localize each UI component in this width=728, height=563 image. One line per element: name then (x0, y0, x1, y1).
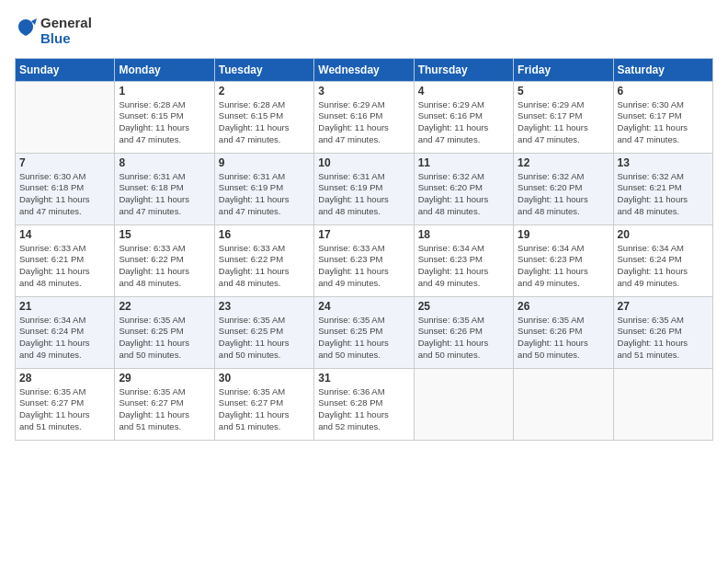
day-number: 8 (119, 156, 210, 169)
calendar-cell: 30Sunrise: 6:35 AMSunset: 6:27 PMDayligh… (214, 368, 313, 440)
day-number: 11 (418, 156, 509, 169)
calendar-cell: 2Sunrise: 6:28 AMSunset: 6:15 PMDaylight… (214, 81, 313, 153)
day-info: Sunrise: 6:28 AMSunset: 6:15 PMDaylight:… (119, 99, 210, 146)
week-row-1: 7Sunrise: 6:30 AMSunset: 6:18 PMDaylight… (16, 153, 713, 224)
header-friday: Friday (514, 58, 613, 81)
day-info: Sunrise: 6:30 AMSunset: 6:18 PMDaylight:… (19, 171, 110, 218)
day-number: 6 (618, 85, 709, 98)
logo-container: General Blue (15, 15, 92, 47)
day-info: Sunrise: 6:33 AMSunset: 6:23 PMDaylight:… (318, 243, 409, 290)
calendar-cell: 18Sunrise: 6:34 AMSunset: 6:23 PMDayligh… (414, 224, 513, 296)
day-info: Sunrise: 6:34 AMSunset: 6:24 PMDaylight:… (618, 243, 709, 290)
calendar-cell (514, 368, 613, 440)
calendar-cell: 23Sunrise: 6:35 AMSunset: 6:25 PMDayligh… (214, 296, 313, 368)
calendar-cell: 3Sunrise: 6:29 AMSunset: 6:16 PMDaylight… (314, 81, 414, 153)
calendar-body: 1Sunrise: 6:28 AMSunset: 6:15 PMDaylight… (16, 81, 713, 440)
day-number: 4 (418, 85, 509, 98)
calendar-cell: 8Sunrise: 6:31 AMSunset: 6:18 PMDaylight… (115, 153, 214, 224)
day-number: 5 (518, 85, 609, 98)
logo-bird-icon (15, 17, 37, 43)
day-number: 23 (219, 300, 310, 313)
day-info: Sunrise: 6:33 AMSunset: 6:22 PMDaylight:… (219, 243, 310, 290)
day-number: 10 (318, 156, 409, 169)
calendar-cell: 26Sunrise: 6:35 AMSunset: 6:26 PMDayligh… (514, 296, 613, 368)
calendar-cell: 15Sunrise: 6:33 AMSunset: 6:22 PMDayligh… (115, 224, 214, 296)
calendar-cell: 10Sunrise: 6:31 AMSunset: 6:19 PMDayligh… (314, 153, 414, 224)
header-saturday: Saturday (613, 58, 712, 81)
day-info: Sunrise: 6:35 AMSunset: 6:26 PMDaylight:… (618, 315, 709, 362)
calendar-cell: 31Sunrise: 6:36 AMSunset: 6:28 PMDayligh… (314, 368, 414, 440)
calendar-cell: 7Sunrise: 6:30 AMSunset: 6:18 PMDaylight… (16, 153, 115, 224)
day-number: 2 (219, 85, 310, 98)
day-info: Sunrise: 6:35 AMSunset: 6:25 PMDaylight:… (318, 315, 409, 362)
day-number: 27 (618, 300, 709, 313)
week-row-4: 28Sunrise: 6:35 AMSunset: 6:27 PMDayligh… (16, 368, 713, 440)
calendar-cell: 27Sunrise: 6:35 AMSunset: 6:26 PMDayligh… (613, 296, 712, 368)
calendar-cell (613, 368, 712, 440)
calendar-cell: 20Sunrise: 6:34 AMSunset: 6:24 PMDayligh… (613, 224, 712, 296)
day-info: Sunrise: 6:31 AMSunset: 6:19 PMDaylight:… (318, 171, 409, 218)
day-info: Sunrise: 6:35 AMSunset: 6:27 PMDaylight:… (119, 386, 210, 433)
calendar-header-row: SundayMondayTuesdayWednesdayThursdayFrid… (16, 58, 713, 81)
calendar-cell: 19Sunrise: 6:34 AMSunset: 6:23 PMDayligh… (514, 224, 613, 296)
header-wednesday: Wednesday (314, 58, 414, 81)
day-number: 29 (119, 372, 210, 385)
calendar-cell: 24Sunrise: 6:35 AMSunset: 6:25 PMDayligh… (314, 296, 414, 368)
day-number: 12 (518, 156, 609, 169)
day-info: Sunrise: 6:29 AMSunset: 6:16 PMDaylight:… (318, 99, 409, 146)
day-info: Sunrise: 6:34 AMSunset: 6:23 PMDaylight:… (518, 243, 609, 290)
calendar-cell: 12Sunrise: 6:32 AMSunset: 6:20 PMDayligh… (514, 153, 613, 224)
calendar-cell: 13Sunrise: 6:32 AMSunset: 6:21 PMDayligh… (613, 153, 712, 224)
day-number: 20 (618, 228, 709, 241)
day-number: 14 (19, 228, 110, 241)
day-number: 18 (418, 228, 509, 241)
day-number: 1 (119, 85, 210, 98)
calendar-cell: 22Sunrise: 6:35 AMSunset: 6:25 PMDayligh… (115, 296, 214, 368)
calendar-cell: 6Sunrise: 6:30 AMSunset: 6:17 PMDaylight… (613, 81, 712, 153)
day-number: 3 (318, 85, 409, 98)
day-number: 24 (318, 300, 409, 313)
logo: General Blue (15, 15, 92, 47)
day-info: Sunrise: 6:35 AMSunset: 6:26 PMDaylight:… (518, 315, 609, 362)
calendar-cell: 11Sunrise: 6:32 AMSunset: 6:20 PMDayligh… (414, 153, 513, 224)
logo-text: General Blue (40, 15, 92, 47)
day-number: 16 (219, 228, 310, 241)
calendar-cell: 1Sunrise: 6:28 AMSunset: 6:15 PMDaylight… (115, 81, 214, 153)
day-info: Sunrise: 6:30 AMSunset: 6:17 PMDaylight:… (618, 99, 709, 146)
day-number: 13 (618, 156, 709, 169)
day-info: Sunrise: 6:31 AMSunset: 6:19 PMDaylight:… (219, 171, 310, 218)
logo-blue-text: Blue (40, 30, 92, 46)
calendar-table: SundayMondayTuesdayWednesdayThursdayFrid… (15, 58, 713, 441)
week-row-3: 21Sunrise: 6:34 AMSunset: 6:24 PMDayligh… (16, 296, 713, 368)
day-info: Sunrise: 6:32 AMSunset: 6:20 PMDaylight:… (518, 171, 609, 218)
calendar-cell: 16Sunrise: 6:33 AMSunset: 6:22 PMDayligh… (214, 224, 313, 296)
day-info: Sunrise: 6:33 AMSunset: 6:21 PMDaylight:… (19, 243, 110, 290)
day-info: Sunrise: 6:34 AMSunset: 6:23 PMDaylight:… (418, 243, 509, 290)
calendar-cell: 9Sunrise: 6:31 AMSunset: 6:19 PMDaylight… (214, 153, 313, 224)
calendar-cell: 5Sunrise: 6:29 AMSunset: 6:17 PMDaylight… (514, 81, 613, 153)
calendar-cell: 21Sunrise: 6:34 AMSunset: 6:24 PMDayligh… (16, 296, 115, 368)
day-number: 22 (119, 300, 210, 313)
day-info: Sunrise: 6:32 AMSunset: 6:20 PMDaylight:… (418, 171, 509, 218)
day-number: 26 (518, 300, 609, 313)
logo-general-text: General (40, 15, 92, 30)
day-info: Sunrise: 6:34 AMSunset: 6:24 PMDaylight:… (19, 315, 110, 362)
day-number: 7 (19, 156, 110, 169)
header-thursday: Thursday (414, 58, 513, 81)
day-info: Sunrise: 6:35 AMSunset: 6:25 PMDaylight:… (219, 315, 310, 362)
week-row-2: 14Sunrise: 6:33 AMSunset: 6:21 PMDayligh… (16, 224, 713, 296)
day-number: 15 (119, 228, 210, 241)
week-row-0: 1Sunrise: 6:28 AMSunset: 6:15 PMDaylight… (16, 81, 713, 153)
day-number: 28 (19, 372, 110, 385)
day-number: 25 (418, 300, 509, 313)
header-tuesday: Tuesday (214, 58, 313, 81)
day-info: Sunrise: 6:35 AMSunset: 6:25 PMDaylight:… (119, 315, 210, 362)
day-number: 21 (19, 300, 110, 313)
day-number: 9 (219, 156, 310, 169)
calendar-cell (16, 81, 115, 153)
day-number: 17 (318, 228, 409, 241)
day-info: Sunrise: 6:32 AMSunset: 6:21 PMDaylight:… (618, 171, 709, 218)
day-number: 30 (219, 372, 310, 385)
calendar-cell (414, 368, 513, 440)
calendar-cell: 17Sunrise: 6:33 AMSunset: 6:23 PMDayligh… (314, 224, 414, 296)
